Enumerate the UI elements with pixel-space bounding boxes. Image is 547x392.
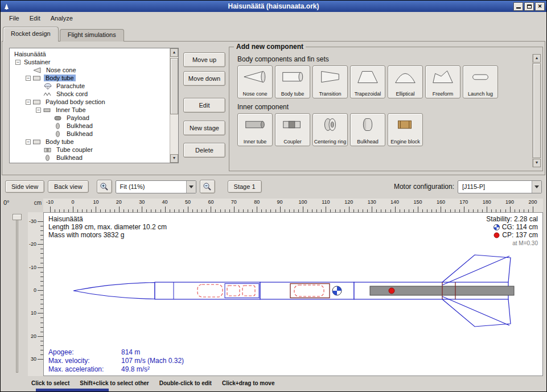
tree-indent	[10, 142, 26, 142]
tree-scrollbar[interactable]: ▲ ▼	[170, 48, 178, 163]
tree-item-shock-cord[interactable]: Shock cord	[10, 90, 169, 98]
close-button[interactable]: ✕	[535, 2, 545, 11]
ruler-label: 60	[208, 199, 213, 205]
tree-expand-toggle[interactable]: −	[15, 60, 20, 65]
ruler-label: -10	[46, 199, 54, 205]
menu-analyze[interactable]: Analyze	[46, 13, 78, 23]
rocket-name: Haisunäätä	[48, 215, 167, 223]
scroll-down-icon[interactable]: ▼	[170, 154, 178, 163]
tree-item-bulkhead[interactable]: Bulkhead	[10, 122, 169, 130]
ruler-tick	[38, 313, 43, 313]
tree-expand-toggle[interactable]: −	[26, 100, 31, 105]
back-view-button[interactable]: Back view	[48, 180, 89, 193]
add-centering-ring-button[interactable]: Centering ring	[312, 113, 348, 146]
rocket-figure[interactable]: Haisunäätä Length 189 cm, max. diameter …	[43, 212, 543, 376]
tree-expand-toggle[interactable]: −	[26, 139, 31, 145]
tree-item-haisun-t[interactable]: Haisunäätä	[10, 50, 169, 58]
add-coupler-button[interactable]: Coupler	[275, 113, 310, 146]
tree-indent	[10, 78, 26, 79]
shockcord-icon	[43, 90, 52, 98]
tree-item-bulkhead[interactable]: Bulkhead	[10, 154, 169, 162]
tree-item-payload-body-section[interactable]: −Payload body section	[10, 98, 169, 106]
add-body-tube-button[interactable]: Body tube	[275, 65, 310, 98]
ruler-tick	[533, 207, 533, 212]
add-inner-tube-button[interactable]: Inner tube	[237, 113, 273, 146]
tree-item-label: Payload	[65, 114, 91, 121]
rocket-length: Length 189 cm, max. diameter 10.2 cm	[48, 223, 167, 231]
stability-value: Stability: 2.28 cal	[486, 215, 538, 223]
status-hint-shift-click-to-select-other: Shift+click to select other	[80, 380, 149, 386]
ruler-tick	[96, 207, 96, 212]
tree-item-body-tube[interactable]: −Body tube	[10, 138, 169, 146]
tree-item-label: Tube coupler	[55, 146, 94, 153]
tree-item-sustainer[interactable]: −Sustainer	[10, 58, 169, 66]
new-stage-button[interactable]: New stage	[183, 121, 225, 135]
titlebar[interactable]: Haisunäätä (haisunaata.ork) ✕	[1, 1, 546, 12]
edit-button[interactable]: Edit	[183, 98, 225, 113]
delete-button[interactable]: Delete	[183, 143, 225, 158]
menu-edit[interactable]: Edit	[24, 13, 46, 23]
ruler-tick	[441, 207, 441, 212]
apogee-label: Apogee:	[48, 348, 121, 357]
tree-item-body-tube[interactable]: −Body tube	[10, 74, 169, 82]
add-trapezoidal-button[interactable]: Trapezoidal	[350, 65, 385, 98]
inner-component-label: Inner component	[237, 103, 542, 111]
zoom-in-button[interactable]	[97, 180, 112, 193]
add-panel-scrollbar[interactable]: ▲ ▼	[532, 54, 541, 167]
tree-item-inner-tube[interactable]: −Inner Tube	[10, 106, 169, 114]
add-bulkhead-button[interactable]: Bulkhead	[350, 113, 385, 146]
maximize-button[interactable]	[524, 2, 534, 11]
scroll-up-icon[interactable]: ▲	[170, 48, 178, 57]
rotation-slider-handle[interactable]	[13, 214, 22, 220]
add-panel-scroll-thumb[interactable]	[533, 63, 541, 158]
vertical-ruler: -30-20-100102030	[28, 212, 43, 376]
mach-condition: at M=0.30	[486, 239, 538, 247]
ruler-label: 80	[254, 199, 260, 205]
scroll-down-icon[interactable]: ▼	[533, 159, 541, 167]
add-freeform-button[interactable]: Freeform	[425, 65, 460, 98]
rotation-angle-label: 0°	[3, 199, 10, 206]
chevron-down-icon[interactable]	[532, 181, 541, 193]
tree-item-label: Parachute	[55, 82, 87, 89]
tab-rocket-design[interactable]: Rocket design	[3, 27, 59, 42]
move-down-button[interactable]: Move down	[183, 71, 225, 86]
tree-scroll-track[interactable]	[170, 57, 178, 154]
bodytube-icon	[280, 68, 305, 86]
zoom-combo[interactable]: Fit (11%)	[116, 180, 196, 193]
minimize-icon	[516, 4, 521, 9]
ruler-tick	[395, 207, 396, 212]
add-transition-button[interactable]: Transition	[312, 65, 348, 98]
centeringring-icon	[318, 116, 343, 134]
add-panel-scroll-track[interactable]	[533, 63, 541, 159]
bodytube-icon	[32, 98, 42, 106]
tree-expand-toggle[interactable]: −	[26, 76, 31, 81]
tree-item-tube-coupler[interactable]: Tube coupler	[10, 146, 169, 154]
window-title: Haisunäätä (haisunaata.ork)	[1, 2, 546, 10]
move-up-button[interactable]: Move up	[183, 52, 225, 67]
add-launch-lug-button[interactable]: Launch lug	[463, 65, 498, 98]
ruler-label: 180	[483, 199, 491, 205]
tree-indent	[10, 94, 43, 94]
tree-scroll-thumb[interactable]	[170, 58, 178, 114]
tree-item-bulkhead[interactable]: Bulkhead	[10, 130, 169, 138]
ruler-label: 40	[162, 199, 168, 205]
motor-configuration-combo[interactable]: [J115-P]	[458, 180, 542, 193]
component-button-label: Trapezoidal	[355, 92, 381, 97]
rotation-slider-track[interactable]	[16, 214, 18, 373]
minimize-button[interactable]	[513, 2, 523, 11]
tree-item-nose-cone[interactable]: Nose cone	[10, 66, 169, 74]
menu-file[interactable]: File	[4, 13, 24, 23]
stage-1-toggle[interactable]: Stage 1	[228, 180, 262, 193]
zoom-out-button[interactable]	[200, 180, 215, 193]
scroll-up-icon[interactable]: ▲	[533, 54, 541, 63]
tree-item-parachute[interactable]: Parachute	[10, 82, 169, 90]
tree-expand-toggle[interactable]: −	[36, 108, 41, 113]
add-engine-block-button[interactable]: Engine block	[388, 113, 423, 146]
side-view-button[interactable]: Side view	[5, 180, 44, 193]
tree-item-payload[interactable]: Payload	[10, 114, 169, 122]
add-elliptical-button[interactable]: Elliptical	[388, 65, 423, 98]
chevron-down-icon[interactable]	[186, 181, 196, 193]
ruler-tick	[211, 207, 211, 212]
add-nose-cone-button[interactable]: Nose cone	[237, 65, 273, 98]
tab-flight-simulations[interactable]: Flight simulations	[60, 29, 124, 42]
